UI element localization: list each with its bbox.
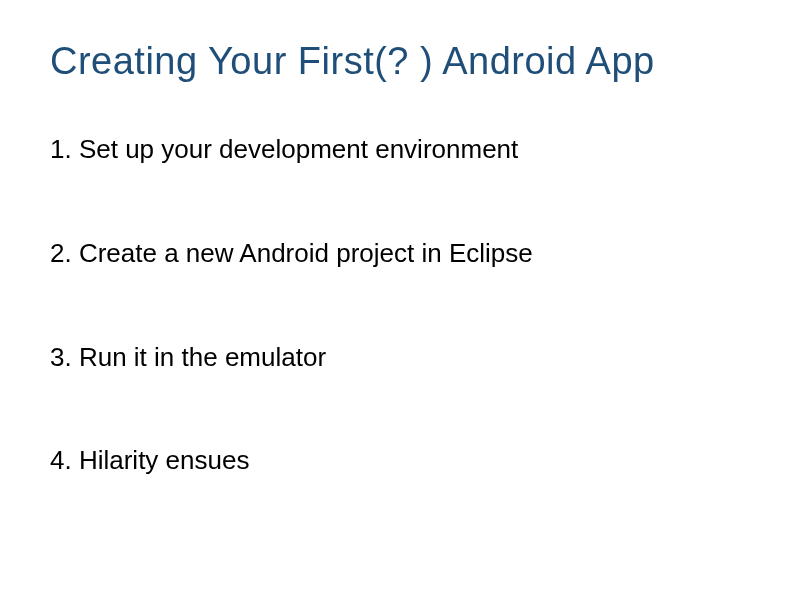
slide-title: Creating Your First(? ) Android App [50, 40, 743, 83]
list-item: 3. Run it in the emulator [50, 341, 743, 375]
list-item: 1. Set up your development environment [50, 133, 743, 167]
list-item: 4. Hilarity ensues [50, 444, 743, 478]
list-item: 2. Create a new Android project in Eclip… [50, 237, 743, 271]
